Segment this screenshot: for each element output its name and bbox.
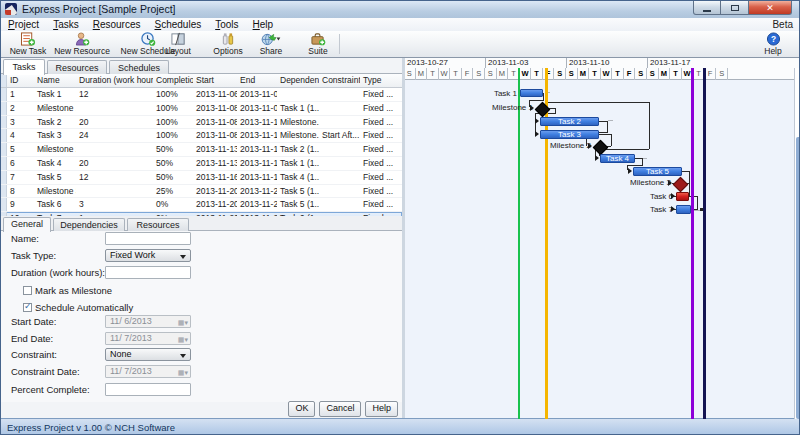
column-header[interactable]: End <box>237 74 277 87</box>
gantt-day-header: SMTWTFSSMTWTFSSMTWTFSSMTWTFS <box>405 68 800 80</box>
table-cell: 7 <box>7 171 34 184</box>
table-row[interactable]: 4Task 324100%2013-11-082013-11-13Milesto… <box>1 129 402 143</box>
table-cell: 50% <box>153 143 193 156</box>
tab-tasks[interactable]: Tasks <box>3 59 45 75</box>
arrow-icon <box>535 118 539 124</box>
task-2-bar[interactable]: Task 2 <box>540 117 599 126</box>
table-row[interactable]: 6Task 42050%2013-11-132013-11-15Task 1 (… <box>1 157 402 171</box>
start-date-input[interactable]: 11/ 6/2013▦▾ <box>105 315 191 328</box>
table-cell: Task 2 <box>34 116 76 129</box>
table-cell: 2013-11-16 <box>193 171 237 184</box>
constraint-date-input[interactable]: 11/ 7/2013▦▾ <box>105 365 191 378</box>
task-7-bar[interactable] <box>676 205 691 214</box>
close-button[interactable]: ✕ <box>748 1 792 15</box>
column-header[interactable]: Completion <box>153 74 193 87</box>
tab-resources[interactable]: Resources <box>47 60 107 74</box>
menu-schedules[interactable]: Schedules <box>148 18 209 31</box>
table-row[interactable]: 1Task 112100%2013-11-062013-11-07Fixed .… <box>1 88 402 102</box>
table-cell: 2013-11-13 <box>237 143 277 156</box>
menu-tasks[interactable]: Tasks <box>46 18 86 31</box>
menu-help[interactable]: Help <box>246 18 281 31</box>
tab-resources-form[interactable]: Resources <box>127 218 189 231</box>
day-letter: T <box>670 68 682 80</box>
table-cell: 9 <box>7 198 34 211</box>
table-cell: 0% <box>153 198 193 211</box>
bar-label: Task 1 <box>494 89 517 98</box>
milestone-3-diamond[interactable] <box>672 176 688 192</box>
app-icon <box>5 3 17 15</box>
table-cell: Start Aft... <box>319 129 360 142</box>
table-cell: 100% <box>153 129 193 142</box>
gantt-vertical-scrollbar[interactable] <box>794 68 800 419</box>
table-cell: 50% <box>153 157 193 170</box>
task-4-bar[interactable]: Task 4 <box>600 154 635 163</box>
table-cell: Fixed ... <box>360 88 396 101</box>
chevron-down-icon <box>180 354 186 358</box>
task-6-bar[interactable] <box>676 192 689 201</box>
column-header[interactable]: Start <box>193 74 237 87</box>
column-header[interactable]: Constraint <box>319 74 360 87</box>
table-cell: 2013-11-20 <box>193 185 237 198</box>
table-cell: 2013-11-20 <box>193 198 237 211</box>
column-header[interactable]: Dependency <box>277 74 319 87</box>
mark-as-milestone-checkbox[interactable] <box>23 286 32 295</box>
tab-general[interactable]: General <box>3 217 51 232</box>
day-letter: S <box>716 68 728 80</box>
project-start-line <box>518 68 520 419</box>
schedule-automatically-label: Schedule Automatically <box>35 302 133 313</box>
duration-input[interactable] <box>105 266 191 279</box>
title-bar[interactable]: Express Project [Sample Project] ✕ <box>1 1 799 19</box>
ok-button[interactable]: OK <box>288 401 315 417</box>
maximize-icon <box>731 5 739 11</box>
table-cell: 100% <box>153 116 193 129</box>
tab-dependencies[interactable]: Dependencies <box>53 218 125 231</box>
percent-complete-input[interactable] <box>105 383 191 396</box>
task-type-select[interactable]: Fixed Work <box>105 249 191 262</box>
column-header[interactable]: Name <box>34 74 76 87</box>
dependency-connector <box>599 134 611 135</box>
suite-button[interactable]: Suite <box>301 32 335 56</box>
table-cell: 6 <box>7 157 34 170</box>
arrow-icon <box>535 131 539 137</box>
table-row[interactable]: 2Milestone 1100%2013-11-082013-11-08Task… <box>1 102 402 116</box>
table-row[interactable]: 8Milestone 325%2013-11-202013-11-20Task … <box>1 185 402 199</box>
minimize-button[interactable] <box>693 1 721 15</box>
menu-tools[interactable]: Tools <box>208 18 245 31</box>
scrollbar-thumb[interactable] <box>796 137 800 419</box>
column-header[interactable]: ID <box>7 74 34 87</box>
table-cell: 3 <box>76 198 153 211</box>
marker-purple-line <box>691 68 694 419</box>
new-task-button[interactable]: New Task <box>7 32 49 56</box>
tab-schedules[interactable]: Schedules <box>109 60 169 74</box>
day-letter: S <box>485 68 497 80</box>
task-1-bar[interactable] <box>520 89 543 97</box>
cancel-button[interactable]: Cancel <box>319 401 361 417</box>
end-date-label: End Date: <box>11 333 53 344</box>
menu-project[interactable]: Project <box>1 18 46 31</box>
column-header[interactable]: Type <box>360 74 396 87</box>
table-row[interactable]: 9Task 630%2013-11-202013-11-20Task 5 (1.… <box>1 198 402 212</box>
schedule-automatically-checkbox[interactable] <box>23 303 32 312</box>
options-button[interactable]: Options <box>206 32 250 56</box>
table-cell: 2 <box>7 102 34 115</box>
new-resource-button[interactable]: New Resource <box>51 32 113 56</box>
table-cell: 2013-11-13 <box>237 129 277 142</box>
table-row[interactable]: 5Milestone 250%2013-11-132013-11-13Task … <box>1 143 402 157</box>
end-date-input[interactable]: 11/ 7/2013▦▾ <box>105 332 191 345</box>
table-row[interactable]: 3Task 220100%2013-11-082013-11-12Milesto… <box>1 116 402 130</box>
table-cell: Fixed ... <box>360 198 396 211</box>
table-cell: 2013-11-13 <box>193 143 237 156</box>
help-button[interactable]: ? Help <box>757 32 789 56</box>
menu-resources[interactable]: Resources <box>86 18 148 31</box>
name-input[interactable] <box>105 232 191 245</box>
constraint-select[interactable]: None <box>105 348 191 361</box>
column-header[interactable]: Duration (work hours) <box>76 74 153 87</box>
task-5-bar[interactable]: Task 5 <box>633 167 682 176</box>
form-help-button[interactable]: Help <box>365 401 398 417</box>
table-row[interactable]: 7Task 51250%2013-11-162013-11-19Task 4 (… <box>1 171 402 185</box>
maximize-button[interactable] <box>721 1 748 15</box>
task-3-bar[interactable]: Task 3 <box>540 130 599 139</box>
table-cell <box>277 88 319 101</box>
share-button[interactable]: Share <box>253 32 289 56</box>
layout-button[interactable]: Layout <box>159 32 197 56</box>
